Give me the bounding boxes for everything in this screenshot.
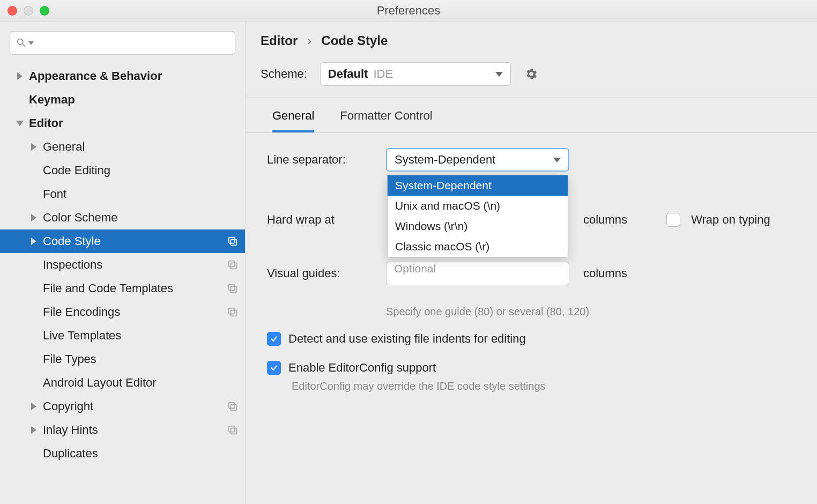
gear-icon — [524, 67, 538, 81]
svg-rect-5 — [231, 286, 236, 292]
svg-rect-11 — [231, 428, 236, 434]
scheme-value: Default — [328, 67, 368, 81]
tree-item-file-types[interactable]: File Types — [0, 347, 245, 371]
tab-general[interactable]: General — [272, 109, 314, 132]
tree-item-label: Copyright — [43, 399, 227, 413]
tree-item-android-layout-editor[interactable]: Android Layout Editor — [0, 371, 245, 395]
settings-tree: Appearance & BehaviorKeymapEditorGeneral… — [0, 64, 245, 504]
tree-item-appearance-behavior[interactable]: Appearance & Behavior — [0, 64, 245, 88]
disclosure-arrow-icon — [14, 72, 26, 80]
tree-item-label: File and Code Templates — [43, 281, 227, 295]
line-separator-dropdown: System-DependentUnix and macOS (\n)Windo… — [387, 175, 568, 257]
chevron-down-icon — [553, 158, 561, 162]
svg-rect-6 — [229, 308, 235, 314]
svg-rect-4 — [229, 285, 235, 291]
tree-item-keymap[interactable]: Keymap — [0, 88, 245, 112]
scheme-scope: IDE — [373, 67, 393, 81]
tree-item-copyright[interactable]: Copyright — [0, 395, 245, 418]
search-icon — [16, 37, 27, 49]
titlebar: Preferences — [0, 0, 817, 21]
check-icon — [270, 364, 278, 372]
tree-item-font[interactable]: Font — [0, 182, 245, 206]
line-separator-option[interactable]: Unix and macOS (\n) — [388, 196, 568, 216]
editorconfig-label: Enable EditorConfig support — [288, 361, 436, 375]
wrap-on-typing-checkbox[interactable] — [666, 213, 680, 227]
svg-rect-1 — [231, 239, 236, 245]
editorconfig-hint: EditorConfig may override the IDE code s… — [292, 380, 796, 392]
line-separator-label: Line separator: — [267, 153, 372, 167]
tree-item-inspections[interactable]: Inspections — [0, 253, 245, 277]
tree-item-label: Keymap — [29, 93, 239, 107]
svg-rect-7 — [231, 310, 236, 316]
tree-item-file-encodings[interactable]: File Encodings — [0, 300, 245, 324]
line-separator-option[interactable]: Classic macOS (\r) — [388, 236, 568, 257]
detect-indents-label: Detect and use existing file indents for… — [288, 332, 526, 346]
tree-item-code-style[interactable]: Code Style — [0, 229, 245, 253]
line-separator-select[interactable]: System-Dependent System-DependentUnix an… — [386, 148, 569, 172]
hard-wrap-label: Hard wrap at — [267, 213, 372, 227]
disclosure-arrow-icon — [28, 143, 40, 151]
columns-label: columns — [583, 266, 704, 280]
svg-rect-3 — [231, 263, 236, 269]
main-panel: Editor › Code Style Scheme: Default IDE … — [246, 21, 817, 504]
line-separator-option[interactable]: Windows (\r\n) — [388, 216, 568, 236]
svg-rect-2 — [229, 261, 235, 267]
tree-item-label: Font — [43, 187, 239, 201]
tree-item-live-templates[interactable]: Live Templates — [0, 324, 245, 347]
visual-guides-hint: Specify one guide (80) or several (80, 1… — [386, 306, 796, 318]
tab-formatter-control[interactable]: Formatter Control — [340, 109, 432, 132]
breadcrumb: Editor › Code Style — [261, 33, 802, 48]
tree-item-label: Inlay Hints — [43, 423, 227, 437]
tree-item-label: File Encodings — [43, 305, 227, 319]
tree-item-label: File Types — [43, 352, 239, 366]
disclosure-arrow-icon — [28, 214, 40, 221]
tree-item-label: Editor — [29, 116, 239, 130]
disclosure-arrow-icon — [28, 426, 40, 434]
tree-item-label: Appearance & Behavior — [29, 69, 239, 83]
tree-item-label: Code Editing — [43, 164, 239, 177]
tree-item-label: Duplicates — [43, 447, 239, 461]
tree-item-file-and-code-templates[interactable]: File and Code Templates — [0, 277, 245, 300]
wrap-on-typing-label: Wrap on typing — [691, 213, 770, 227]
sidebar: Appearance & BehaviorKeymapEditorGeneral… — [0, 21, 246, 504]
tab-bar: GeneralFormatter Control — [261, 98, 802, 132]
tree-item-editor[interactable]: Editor — [0, 112, 245, 135]
editorconfig-checkbox[interactable] — [267, 361, 281, 375]
line-separator-option[interactable]: System-Dependent — [388, 175, 568, 196]
tree-item-general[interactable]: General — [0, 135, 245, 159]
search-field[interactable] — [10, 31, 235, 55]
columns-label: columns — [583, 213, 652, 227]
search-options-caret-icon — [28, 41, 34, 45]
tree-item-code-editing[interactable]: Code Editing — [0, 159, 245, 182]
scheme-label: Scheme: — [261, 67, 307, 81]
breadcrumb-root: Editor — [261, 33, 298, 48]
svg-rect-10 — [229, 426, 235, 432]
svg-rect-9 — [231, 404, 236, 410]
disclosure-arrow-icon — [14, 120, 26, 127]
tree-item-label: Android Layout Editor — [43, 376, 239, 390]
tree-item-color-scheme[interactable]: Color Scheme — [0, 206, 245, 229]
breadcrumb-separator-icon: › — [307, 33, 311, 48]
tree-item-inlay-hints[interactable]: Inlay Hints — [0, 418, 245, 442]
tree-item-label: Color Scheme — [43, 211, 239, 225]
disclosure-arrow-icon — [28, 403, 40, 410]
chevron-down-icon — [495, 72, 503, 77]
tree-item-label: Code Style — [43, 234, 227, 248]
svg-rect-8 — [229, 403, 235, 409]
detect-indents-checkbox[interactable] — [267, 332, 281, 346]
tree-item-duplicates[interactable]: Duplicates — [0, 442, 245, 465]
line-separator-value: System-Dependent — [395, 153, 495, 167]
tree-item-label: Inspections — [43, 258, 227, 272]
search-input[interactable] — [37, 37, 229, 49]
breadcrumb-leaf: Code Style — [321, 33, 388, 48]
svg-rect-0 — [229, 238, 235, 243]
scheme-actions-button[interactable] — [524, 66, 539, 81]
scheme-combo[interactable]: Default IDE — [320, 62, 511, 86]
disclosure-arrow-icon — [28, 238, 40, 245]
window-title: Preferences — [0, 4, 817, 18]
check-icon — [270, 335, 278, 343]
visual-guides-label: Visual guides: — [267, 266, 372, 280]
visual-guides-input[interactable]: Optional — [386, 262, 569, 285]
tree-item-label: General — [43, 140, 239, 154]
tree-item-label: Live Templates — [43, 329, 239, 343]
